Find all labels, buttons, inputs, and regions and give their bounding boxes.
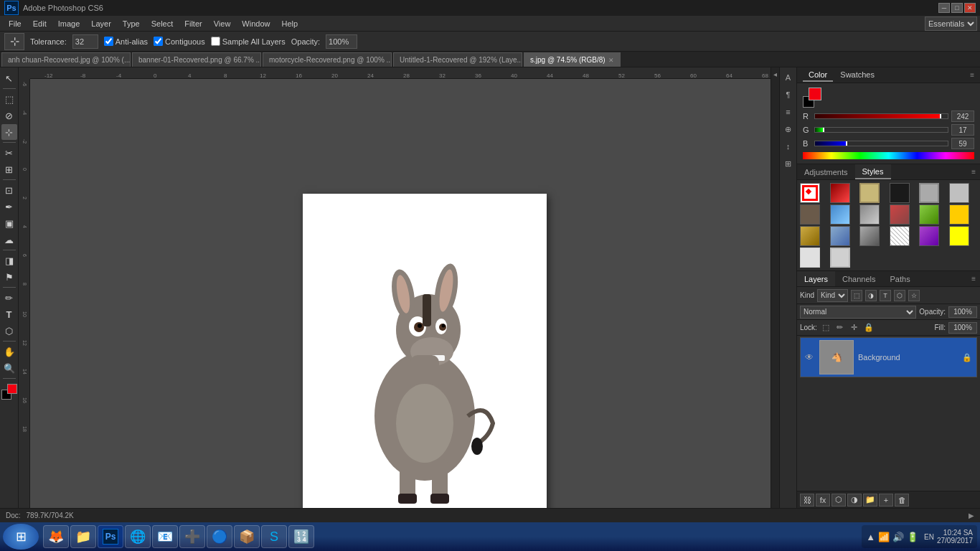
- crop-tool[interactable]: ✂: [1, 145, 17, 161]
- menu-type[interactable]: Type: [117, 18, 146, 29]
- dodge-tool[interactable]: ⚑: [1, 269, 17, 285]
- lock-position-icon[interactable]: ✛: [849, 322, 860, 334]
- move-tool[interactable]: ↖: [1, 70, 17, 86]
- taskbar-chrome[interactable]: 🌐: [125, 525, 151, 548]
- swatches-tab[interactable]: Swatches: [834, 69, 880, 82]
- taskbar-firefox[interactable]: 🦊: [43, 525, 69, 548]
- opacity-input[interactable]: [326, 34, 357, 49]
- style-8[interactable]: [859, 204, 880, 225]
- blend-mode-select[interactable]: Normal: [800, 306, 916, 319]
- fill-value[interactable]: [948, 322, 977, 334]
- paths-tab[interactable]: Paths: [883, 271, 918, 286]
- shape-tool[interactable]: ⬡: [1, 323, 17, 339]
- style-19[interactable]: [830, 248, 850, 268]
- panel-icon-6[interactable]: ⊞: [781, 156, 796, 171]
- color-spectrum[interactable]: [803, 152, 974, 159]
- menu-filter[interactable]: Filter: [179, 18, 207, 29]
- workspace-select[interactable]: Essentials: [925, 17, 977, 31]
- lock-image-icon[interactable]: ✏: [834, 322, 846, 334]
- antialias-option[interactable]: Anti-alias: [104, 37, 148, 46]
- color-selector[interactable]: [1, 384, 17, 400]
- tab-4-close[interactable]: ✕: [608, 57, 614, 64]
- tab-2[interactable]: motorcycle-Recovered.png @ 100% ... ✕: [263, 52, 392, 67]
- healing-tool[interactable]: ⊡: [1, 182, 17, 198]
- taskbar-app6[interactable]: 🔵: [207, 525, 232, 548]
- style-18[interactable]: [800, 248, 820, 268]
- contiguous-option[interactable]: Contiguous: [154, 37, 205, 46]
- layers-panel-menu[interactable]: ≡: [971, 275, 980, 283]
- menu-file[interactable]: File: [3, 18, 27, 29]
- link-layers-btn[interactable]: ⛓: [800, 494, 814, 507]
- style-11[interactable]: [949, 204, 969, 225]
- color-tab[interactable]: Color: [803, 69, 833, 82]
- panel-icon-1[interactable]: A: [781, 70, 796, 85]
- b-slider[interactable]: [814, 141, 948, 146]
- minimize-button[interactable]: ─: [938, 3, 950, 13]
- menu-view[interactable]: View: [208, 18, 237, 29]
- opacity-value[interactable]: [948, 306, 977, 318]
- tray-up-arrow[interactable]: ▲: [866, 532, 875, 542]
- kind-smart-icon[interactable]: ☆: [908, 290, 920, 301]
- fx-btn[interactable]: fx: [816, 494, 830, 507]
- style-15[interactable]: [890, 226, 910, 246]
- gradient-tool[interactable]: ◨: [1, 253, 17, 268]
- fg-bg-swatch[interactable]: [803, 88, 823, 108]
- kind-shape-icon[interactable]: ⬡: [894, 290, 905, 301]
- taskbar-app7[interactable]: 📦: [234, 525, 260, 548]
- menu-layer[interactable]: Layer: [85, 18, 117, 29]
- color-panel-menu[interactable]: ≡: [970, 71, 974, 79]
- styles-tab[interactable]: Styles: [855, 164, 891, 179]
- maximize-button[interactable]: □: [951, 3, 963, 13]
- lock-transparent-icon[interactable]: ⬚: [820, 322, 831, 334]
- style-7[interactable]: [830, 204, 850, 225]
- style-0[interactable]: [800, 183, 820, 203]
- style-9[interactable]: [890, 204, 910, 225]
- style-13[interactable]: [830, 226, 850, 246]
- layer-background[interactable]: 👁 🐴 Background 🔒: [800, 337, 977, 377]
- style-5[interactable]: [949, 183, 969, 203]
- magic-wand-tool[interactable]: ⊹: [1, 124, 17, 140]
- tab-3[interactable]: Untitled-1-Recovered @ 192% (Laye... ✕: [393, 52, 522, 67]
- style-2[interactable]: [859, 183, 880, 203]
- r-value[interactable]: [951, 110, 974, 122]
- lock-all-icon[interactable]: 🔒: [863, 322, 875, 334]
- style-6[interactable]: [800, 204, 820, 225]
- taskbar-photoshop[interactable]: Ps: [98, 525, 123, 548]
- panel-icon-2[interactable]: ¶: [781, 88, 796, 102]
- style-12[interactable]: [800, 226, 820, 246]
- kind-select[interactable]: Kind: [817, 289, 848, 302]
- panel-icon-5[interactable]: ↕: [781, 139, 796, 154]
- tab-0[interactable]: anh chuan-Recovered.jpg @ 100% (... ✕: [1, 52, 131, 67]
- panel-icon-3[interactable]: ≡: [781, 105, 796, 119]
- color-panel-header[interactable]: Color Swatches ≡: [797, 67, 980, 83]
- channels-tab[interactable]: Channels: [835, 271, 882, 286]
- marquee-tool[interactable]: ⬚: [1, 91, 17, 107]
- taskbar-outlook[interactable]: 📧: [152, 525, 178, 548]
- style-14[interactable]: [859, 226, 880, 246]
- b-value[interactable]: [951, 138, 974, 149]
- contiguous-checkbox[interactable]: [154, 37, 163, 46]
- sample-all-checkbox[interactable]: [211, 37, 220, 46]
- g-value[interactable]: [951, 124, 974, 136]
- foreground-color-swatch[interactable]: [7, 384, 17, 394]
- style-17[interactable]: [949, 226, 969, 246]
- antialias-checkbox[interactable]: [104, 37, 113, 46]
- panel-icon-4[interactable]: ⊕: [781, 122, 796, 136]
- style-1[interactable]: [830, 183, 850, 203]
- fg-swatch[interactable]: [809, 88, 821, 100]
- tray-network[interactable]: 📶: [878, 532, 890, 542]
- g-slider[interactable]: [814, 127, 948, 133]
- tray-volume[interactable]: 🔊: [892, 532, 904, 542]
- taskbar-explorer[interactable]: 📁: [70, 525, 96, 548]
- style-10[interactable]: [919, 204, 939, 225]
- style-4[interactable]: [919, 183, 939, 203]
- clone-tool[interactable]: ▣: [1, 215, 17, 231]
- layers-tab[interactable]: Layers: [797, 271, 835, 286]
- zoom-tool[interactable]: 🔍: [1, 360, 17, 376]
- brush-tool[interactable]: ✒: [1, 199, 17, 215]
- styles-panel-menu[interactable]: ≡: [971, 168, 980, 176]
- delete-layer-btn[interactable]: 🗑: [895, 494, 909, 507]
- menu-edit[interactable]: Edit: [27, 18, 52, 29]
- eraser-tool[interactable]: ☁: [1, 232, 17, 248]
- kind-pixel-icon[interactable]: ⬚: [851, 290, 862, 301]
